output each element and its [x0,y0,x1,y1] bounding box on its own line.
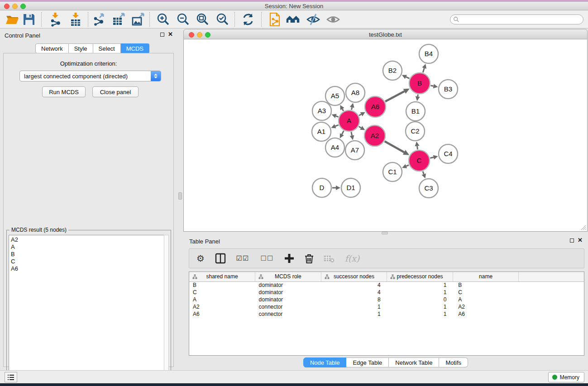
edge-A6-B[interactable] [385,89,410,102]
search-input[interactable] [459,15,583,24]
edge-B-B3[interactable] [430,84,438,88]
optimization-criterion-select[interactable]: largest connected component (directed) [19,71,161,81]
mcds-result-list[interactable]: A2ABCA6 [9,235,164,384]
tab-edge-table[interactable]: Edge Table [346,357,389,367]
network-file-icon[interactable] [268,12,282,27]
import-network-icon[interactable] [48,12,62,27]
zoom-out-icon[interactable] [176,12,191,27]
mcds-list-scrollbar[interactable] [164,235,169,384]
tab-motifs[interactable]: Motifs [439,357,468,367]
node-A4[interactable]: A4 [325,138,344,157]
node-C3[interactable]: C3 [419,179,438,198]
tab-mcds[interactable]: MCDS [121,43,149,53]
column-header-mcds-role[interactable]: MCDS role [255,272,321,281]
zoom-selected-icon[interactable] [215,12,230,27]
edge-C-C4[interactable] [430,155,438,160]
mcds-result-item[interactable]: B [11,251,164,258]
destroy-table-icon[interactable] [323,253,335,264]
tab-node-table[interactable]: Node Table [303,357,347,367]
node-D[interactable]: D [312,178,331,197]
search-field[interactable] [450,14,583,24]
table-row[interactable]: Cdominator41C [189,289,584,296]
network-canvas[interactable]: B4B2BB3B1A5A8A6A3AA1A2C2A4A7CC4C1C3DD1 [183,39,588,232]
deselect-all-icon[interactable]: ☐☐ [259,253,275,264]
window-resize-grip[interactable] [580,224,586,230]
home-icon[interactable] [286,12,300,27]
edge-A-A4[interactable] [340,131,344,138]
node-C4[interactable]: C4 [439,144,458,163]
zoom-in-icon[interactable] [156,12,171,27]
column-header-shared-name[interactable]: shared name [189,272,255,281]
settings-gear-icon[interactable]: ⚙ [195,253,206,264]
edge-B-B1[interactable] [416,95,420,101]
show-eye-icon[interactable] [326,12,340,27]
node-D1[interactable]: D1 [341,178,360,197]
export-image-icon[interactable] [131,12,145,27]
edge-A-A6[interactable] [359,112,365,116]
node-A6[interactable]: A6 [365,96,386,117]
edge-A2-C[interactable] [385,141,409,155]
tab-network[interactable]: Network [35,43,69,53]
node-B1[interactable]: B1 [406,102,425,121]
tab-style[interactable]: Style [69,43,93,53]
node-A[interactable]: A [339,110,359,131]
table-row[interactable]: A6connector11A6 [189,310,584,318]
float-table-panel-icon[interactable] [570,238,574,243]
vertical-splitter-grip[interactable] [178,192,182,200]
table-row[interactable]: Bdominator41B [189,281,584,289]
edge-A-A1[interactable] [331,124,338,128]
edge-B-B4[interactable] [422,64,427,72]
node-A1[interactable]: A1 [312,122,331,141]
edge-C-C3[interactable] [422,172,426,179]
table-row[interactable]: A2connector11A2 [189,303,584,310]
edge-A-A3[interactable] [332,114,339,118]
node-B2[interactable]: B2 [383,61,402,80]
mcds-result-item[interactable]: A [11,243,164,251]
edge-D-D1[interactable] [332,186,340,190]
table-row[interactable]: Adominator80A [189,296,584,303]
edge-A-A5[interactable] [340,105,344,111]
node-A2[interactable]: A2 [364,125,385,146]
column-header-name[interactable]: name [453,272,519,281]
node-A8[interactable]: A8 [346,83,365,102]
export-table-icon[interactable] [111,12,126,27]
edge-C-C2[interactable] [415,142,420,149]
close-panel-button[interactable]: Close panel [92,86,139,97]
network-window-titlebar[interactable]: testGlobe.txt [183,29,588,39]
open-file-icon[interactable] [5,12,19,27]
node-C2[interactable]: C2 [406,122,425,141]
close-panel-icon[interactable]: ✕ [168,32,173,37]
node-A3[interactable]: A3 [312,101,331,120]
hide-details-eye-icon[interactable] [306,12,320,27]
import-table-icon[interactable] [68,12,83,27]
memory-button[interactable]: Memory [548,372,584,382]
zoom-fit-icon[interactable] [196,12,210,27]
node-A7[interactable]: A7 [345,141,364,160]
column-layout-icon[interactable] [215,253,226,264]
export-network-icon[interactable] [92,12,106,27]
close-table-panel-icon[interactable]: ✕ [578,238,583,243]
function-builder-icon[interactable]: f(x) [343,253,361,264]
edge-B-B2[interactable] [402,75,410,79]
mcds-result-item[interactable]: C [11,258,164,265]
node-A5[interactable]: A5 [325,86,344,105]
node-C1[interactable]: C1 [383,162,402,181]
edge-A-A7[interactable] [350,132,354,140]
node-C[interactable]: C [409,150,430,171]
edge-C-C1[interactable] [402,164,409,168]
column-header-successor-nodes[interactable]: successor nodes [321,272,387,281]
refresh-icon[interactable] [241,12,255,27]
mcds-result-item[interactable]: A2 [11,236,164,243]
node-B4[interactable]: B4 [419,44,438,63]
node-B3[interactable]: B3 [439,80,458,99]
mcds-result-item[interactable]: A6 [11,265,164,272]
tab-select[interactable]: Select [93,43,121,53]
select-all-icon[interactable]: ☑☑ [234,253,251,264]
column-header-predecessor-nodes[interactable]: predecessor nodes [387,272,453,281]
delete-column-icon[interactable] [303,253,315,264]
tab-network-table[interactable]: Network Table [389,357,439,367]
horizontal-splitter-grip[interactable] [382,232,388,234]
edge-A-A2[interactable] [359,126,365,130]
run-mcds-button[interactable]: Run MCDS [42,86,86,97]
edge-A-A8[interactable] [350,103,354,110]
